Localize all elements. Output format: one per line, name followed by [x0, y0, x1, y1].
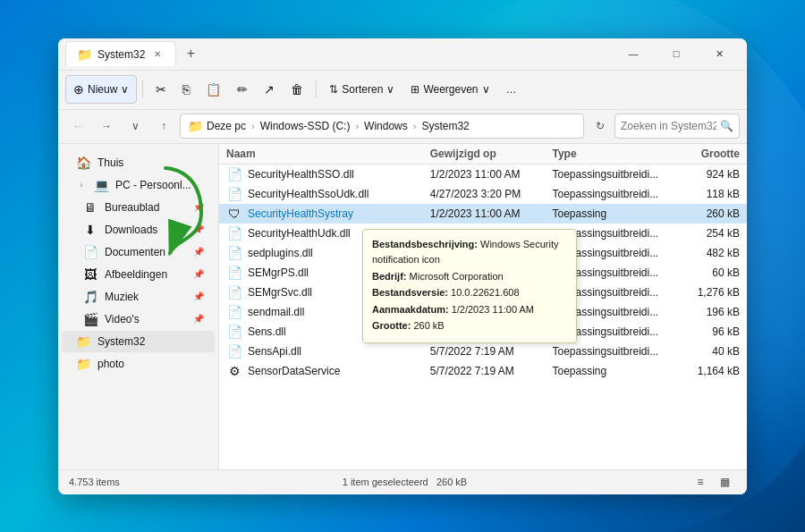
col-header-size[interactable]: Grootte: [674, 148, 747, 160]
music-pin-icon: 📌: [193, 291, 204, 301]
tooltip-version-value: 10.0.22621.608: [451, 287, 519, 298]
sidebar-item-downloads[interactable]: ⬇ Downloads 📌: [62, 219, 215, 241]
sidebar-item-pc[interactable]: › 💻 PC - Persoonl...: [62, 174, 215, 196]
list-view-button[interactable]: ≡: [690, 471, 711, 493]
file-icon: 📄: [226, 325, 242, 339]
new-chevron-icon: ∨: [121, 83, 129, 96]
file-name: SecurityHealthSystray: [248, 207, 353, 220]
tooltip-row: Aanmaakdatum: 1/2/2023 11:00 AM: [372, 302, 567, 318]
search-icon: 🔍: [720, 120, 733, 132]
table-row[interactable]: ⚙SensorDataService 5/7/2022 7:19 AM Toep…: [219, 361, 747, 381]
cut-button[interactable]: ✂: [148, 75, 174, 104]
paste-button[interactable]: 📋: [199, 75, 228, 104]
address-bar: ← → ∨ ↑ 📁 Deze pc › Windows-SSD (C:) › W…: [58, 110, 747, 144]
tab-folder-icon: 📁: [77, 47, 92, 62]
sidebar-item-afbeeldingen[interactable]: 🖼 Afbeeldingen 📌: [62, 264, 215, 285]
refresh-button[interactable]: ↻: [588, 114, 613, 139]
file-size: 196 kB: [674, 306, 747, 318]
table-row[interactable]: 📄SecurityHealthSSO.dll 1/2/2023 11:00 AM…: [219, 165, 747, 184]
file-size: 118 kB: [674, 188, 747, 200]
music-icon: 🎵: [83, 290, 97, 304]
sort-button[interactable]: ⇅ Sorteren ∨: [322, 75, 402, 104]
file-name: sedplugins.dll: [248, 247, 313, 259]
rename-button[interactable]: ✏: [230, 75, 255, 104]
sidebar-item-photo[interactable]: 📁 photo: [62, 353, 215, 375]
downloads-icon: ⬇: [83, 223, 97, 237]
table-row-selected[interactable]: 🛡SecurityHealthSystray 1/2/2023 11:00 AM…: [219, 204, 747, 224]
up-button[interactable]: ↑: [151, 114, 176, 139]
view-chevron-icon: ∨: [482, 83, 490, 96]
sidebar-label-system32: System32: [97, 335, 204, 348]
file-rows: 📄SecurityHealthSSO.dll 1/2/2023 11:00 AM…: [219, 165, 747, 469]
address-path[interactable]: 📁 Deze pc › Windows-SSD (C:) › Windows ›…: [180, 114, 584, 139]
tooltip-label: Bedrijf:: [372, 271, 410, 282]
file-icon: 📄: [226, 266, 242, 280]
desktop-icon: 🖥: [83, 200, 97, 215]
file-name: SecurityHealthSsoUdk.dll: [248, 188, 369, 200]
paste-icon: 📋: [206, 82, 221, 97]
path-segment-1: Deze pc: [207, 120, 246, 132]
home-icon: 🏠: [76, 156, 90, 170]
sidebar-label-videos: Video's: [105, 313, 186, 325]
file-modified: 4/27/2023 3:20 PM: [430, 188, 553, 200]
sidebar-item-documenten[interactable]: 📄 Documenten 📌: [62, 241, 215, 263]
maximize-button[interactable]: □: [656, 39, 697, 68]
photo-icon: 📁: [76, 357, 90, 371]
tab-close-button[interactable]: ✕: [150, 47, 165, 62]
sidebar-item-bureaublad[interactable]: 🖥 Bureaublad 📌: [62, 197, 215, 218]
file-icon: 📄: [226, 344, 242, 359]
address-right: ↻ 🔍: [588, 114, 740, 139]
sidebar: 🏠 Thuis › 💻 PC - Persoonl... 🖥 Bureaubla…: [58, 144, 219, 469]
sidebar-label-documenten: Documenten: [105, 246, 186, 258]
back-button[interactable]: ←: [65, 114, 90, 139]
delete-button[interactable]: 🗑: [284, 75, 310, 104]
close-button[interactable]: ✕: [699, 39, 740, 68]
file-modified: 5/7/2022 7:19 AM: [430, 345, 553, 358]
file-type: Toepassingsuitbreidi...: [552, 188, 674, 200]
copy-button[interactable]: ⎘: [175, 75, 197, 104]
tooltip-row: Bestandsversie: 10.0.22621.608: [372, 285, 567, 301]
share-button[interactable]: ↗: [257, 75, 282, 104]
file-size: 1,164 kB: [674, 365, 747, 377]
more-button[interactable]: …: [499, 75, 524, 104]
new-button[interactable]: ⊕ Nieuw ∨: [65, 75, 137, 104]
title-bar-left: 📁 System32 ✕ +: [65, 41, 613, 66]
path-segment-4: System32: [421, 120, 469, 132]
sidebar-label-bureaublad: Bureaublad: [105, 201, 186, 214]
grid-view-button[interactable]: ▦: [715, 471, 736, 493]
sidebar-item-thuis[interactable]: 🏠 Thuis: [62, 152, 215, 173]
tooltip-company-value: Microsoft Corporation: [410, 271, 504, 282]
col-header-type[interactable]: Type: [552, 148, 674, 160]
sidebar-item-muziek[interactable]: 🎵 Muziek 📌: [62, 286, 215, 308]
minimize-button[interactable]: —: [613, 39, 654, 68]
search-input[interactable]: [621, 120, 716, 132]
new-tab-button[interactable]: +: [178, 41, 203, 66]
path-folder-icon: 📁: [188, 119, 203, 133]
file-name: sendmail.dll: [248, 306, 304, 318]
file-icon: 📄: [226, 285, 242, 300]
col-header-name[interactable]: Naam: [219, 148, 430, 160]
toolbar: ⊕ Nieuw ∨ ✂ ⎘ 📋 ✏ ↗ 🗑 ⇅ Sorteren ∨ ⊞: [58, 71, 747, 110]
file-size: 924 kB: [674, 168, 747, 181]
view-icon: ⊞: [411, 83, 419, 96]
sort-label: Sorteren: [342, 83, 383, 96]
col-header-modified[interactable]: Gewijzigd op: [430, 148, 553, 160]
file-size: 1,276 kB: [674, 286, 747, 299]
forward-button[interactable]: →: [94, 114, 119, 139]
file-size: 60 kB: [674, 266, 747, 279]
documents-icon: 📄: [83, 245, 97, 259]
path-segment-3: Windows: [364, 120, 408, 132]
table-row[interactable]: 📄SensApi.dll 5/7/2022 7:19 AM Toepassing…: [219, 342, 747, 361]
sidebar-item-videos[interactable]: 🎬 Video's 📌: [62, 308, 215, 330]
images-icon: 🖼: [83, 267, 97, 282]
sidebar-item-system32[interactable]: 📁 System32: [62, 331, 215, 352]
recent-button[interactable]: ∨: [123, 114, 148, 139]
file-tooltip: Bestandsbeschrijving: Windows Security n…: [362, 229, 577, 344]
file-modified: 5/7/2022 7:19 AM: [430, 365, 553, 377]
search-box[interactable]: 🔍: [614, 114, 740, 139]
table-row[interactable]: 📄SecurityHealthSsoUdk.dll 4/27/2023 3:20…: [219, 184, 747, 204]
file-icon: 📄: [226, 226, 242, 241]
new-icon: ⊕: [73, 82, 84, 97]
active-tab[interactable]: 📁 System32 ✕: [65, 41, 176, 66]
view-button[interactable]: ⊞ Weergeven ∨: [403, 75, 496, 104]
